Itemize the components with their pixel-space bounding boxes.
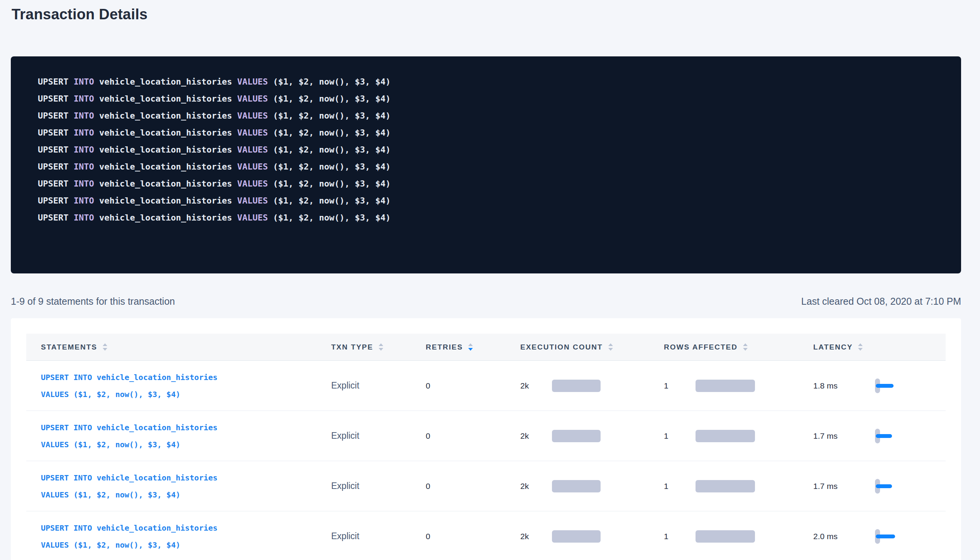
table-row: UPSERT INTO vehicle_location_histories V… [26, 411, 946, 461]
sql-statement-line: UPSERT INTO vehicle_location_histories V… [38, 209, 946, 226]
sort-up-icon [468, 343, 473, 346]
execution-count-value: 2k [520, 532, 543, 541]
sql-table-name: vehicle_location_histories [99, 179, 232, 188]
execution-count-bar [552, 530, 601, 543]
table-row: UPSERT INTO vehicle_location_histories V… [26, 511, 946, 560]
sql-keyword-into: INTO [74, 111, 94, 120]
latency-bar-chart [875, 479, 900, 494]
column-header[interactable]: ROWS AFFECTED [664, 334, 809, 360]
sort-down-icon [379, 348, 383, 351]
sql-keyword-into: INTO [74, 128, 94, 137]
execution-count-cell: 2k [520, 411, 664, 461]
table-header-row: STATEMENTS TXN TYPE RETRIES EXECUTION CO… [26, 334, 946, 361]
sql-args: ($1, $2, now(), $3, $4) [273, 162, 391, 171]
sql-keyword-values: VALUES [237, 128, 268, 137]
statement-link[interactable]: UPSERT INTO vehicle_location_histories V… [41, 519, 218, 553]
txn-type-cell: Explicit [331, 511, 426, 560]
sort-down-icon [468, 348, 473, 351]
statement-link-line2: VALUES ($1, $2, now(), $3, $4) [41, 436, 218, 453]
column-header-label: TXN TYPE [331, 343, 373, 351]
column-header-label: LATENCY [813, 343, 853, 351]
txn-type-cell: Explicit [331, 361, 426, 411]
statement-link-line2: VALUES ($1, $2, now(), $3, $4) [41, 486, 218, 503]
sort-down-icon [858, 348, 863, 351]
statement-link[interactable]: UPSERT INTO vehicle_location_histories V… [41, 419, 218, 453]
transaction-statements-box: UPSERT INTO vehicle_location_histories V… [11, 56, 961, 273]
sql-args: ($1, $2, now(), $3, $4) [273, 179, 391, 188]
sort-up-icon [608, 343, 613, 346]
sql-statement-line: UPSERT INTO vehicle_location_histories V… [38, 141, 946, 158]
execution-count-value: 2k [520, 482, 543, 491]
sort-down-icon [608, 348, 613, 351]
execution-count-value: 2k [520, 381, 543, 390]
retries-cell: 0 [426, 411, 520, 461]
latency-cell: 1.7 ms [809, 411, 946, 461]
rows-affected-value: 1 [664, 431, 686, 441]
sql-keyword-values: VALUES [237, 213, 268, 222]
latency-bar [876, 384, 894, 388]
rows-affected-bar [696, 380, 755, 392]
rows-affected-value: 1 [664, 381, 686, 390]
sort-arrows-icon[interactable] [379, 343, 383, 351]
statement-link-line2: VALUES ($1, $2, now(), $3, $4) [41, 386, 218, 403]
execution-count-value: 2k [520, 431, 543, 441]
column-header-label: RETRIES [426, 343, 463, 351]
execution-count-bar [552, 480, 601, 492]
sql-keyword-into: INTO [74, 213, 94, 222]
sql-table-name: vehicle_location_histories [99, 94, 232, 104]
retries-cell: 0 [426, 461, 520, 511]
sql-keyword-into: INTO [74, 77, 94, 87]
latency-cell: 1.7 ms [809, 461, 946, 511]
txn-type-cell: Explicit [331, 461, 426, 511]
statements-table-card: STATEMENTS TXN TYPE RETRIES EXECUTION CO… [11, 318, 961, 560]
transaction-details-page: Transaction Details UPSERT INTO vehicle_… [0, 5, 980, 560]
sql-args: ($1, $2, now(), $3, $4) [273, 196, 391, 205]
sql-args: ($1, $2, now(), $3, $4) [273, 111, 391, 120]
column-header[interactable]: LATENCY [809, 334, 946, 360]
sort-up-icon [379, 343, 383, 346]
sort-arrows-icon[interactable] [103, 343, 107, 351]
sort-arrows-icon[interactable] [743, 343, 748, 351]
column-header[interactable]: RETRIES [426, 334, 520, 360]
statement-cell: UPSERT INTO vehicle_location_histories V… [26, 361, 331, 411]
sql-args: ($1, $2, now(), $3, $4) [273, 77, 391, 87]
sql-keyword-into: INTO [74, 94, 94, 104]
rows-affected-cell: 1 [664, 411, 809, 461]
latency-value: 2.0 ms [813, 532, 856, 541]
statement-link-line2: VALUES ($1, $2, now(), $3, $4) [41, 536, 218, 553]
rows-affected-bar [696, 430, 755, 442]
sql-keyword-values: VALUES [237, 77, 268, 87]
sql-table-name: vehicle_location_histories [99, 128, 232, 137]
sql-keyword-upsert: UPSERT [38, 94, 68, 104]
rows-affected-cell: 1 [664, 361, 809, 411]
sql-table-name: vehicle_location_histories [99, 213, 232, 222]
column-header[interactable]: EXECUTION COUNT [520, 334, 664, 360]
column-header-label: STATEMENTS [41, 343, 97, 351]
sql-table-name: vehicle_location_histories [99, 196, 232, 205]
statement-link[interactable]: UPSERT INTO vehicle_location_histories V… [41, 369, 218, 403]
sort-up-icon [103, 343, 107, 346]
sql-keyword-upsert: UPSERT [38, 213, 68, 222]
sort-arrows-icon[interactable] [468, 343, 473, 351]
latency-bar [876, 535, 895, 538]
sql-keyword-upsert: UPSERT [38, 196, 68, 205]
sort-arrows-icon[interactable] [858, 343, 863, 351]
sql-keyword-upsert: UPSERT [38, 128, 68, 137]
sort-arrows-icon[interactable] [608, 343, 613, 351]
sql-statement-line: UPSERT INTO vehicle_location_histories V… [38, 107, 946, 124]
sql-statement-line: UPSERT INTO vehicle_location_histories V… [38, 192, 946, 209]
execution-count-cell: 2k [520, 511, 664, 560]
execution-count-cell: 2k [520, 461, 664, 511]
sql-table-name: vehicle_location_histories [99, 77, 232, 87]
sql-keyword-upsert: UPSERT [38, 77, 68, 87]
sql-keyword-values: VALUES [237, 162, 268, 171]
sql-keyword-into: INTO [74, 162, 94, 171]
statement-link[interactable]: UPSERT INTO vehicle_location_histories V… [41, 469, 218, 503]
column-header[interactable]: STATEMENTS [26, 334, 331, 360]
table-summary-row: 1-9 of 9 statements for this transaction… [11, 295, 961, 307]
retries-cell: 0 [426, 361, 520, 411]
column-header[interactable]: TXN TYPE [331, 334, 426, 360]
statement-cell: UPSERT INTO vehicle_location_histories V… [26, 411, 331, 461]
last-cleared-label: Last cleared Oct 08, 2020 at 7:10 PM [801, 295, 961, 307]
latency-value: 1.7 ms [813, 431, 856, 441]
